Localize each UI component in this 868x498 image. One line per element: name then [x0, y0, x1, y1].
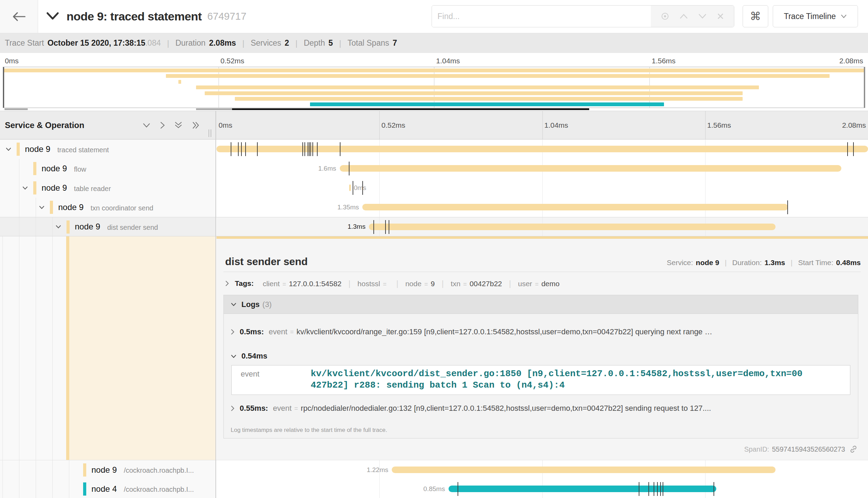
- keyboard-shortcuts-button[interactable]: ⌘: [743, 5, 768, 27]
- span-duration-label: 1.35ms: [337, 198, 359, 217]
- collapse-all-icon[interactable]: [175, 121, 182, 129]
- log-marker: [353, 181, 353, 195]
- summary-item: Trace StartOctober 15 2020, 17:38:15.084: [5, 38, 161, 48]
- span-row[interactable]: node 9traced statement: [0, 139, 868, 159]
- tag-value: 9: [431, 280, 435, 288]
- span-color-bar: [67, 220, 70, 234]
- trace-view-selector[interactable]: Trace Timeline: [773, 5, 858, 27]
- log-marker: [340, 142, 340, 156]
- log-marker: [853, 142, 854, 156]
- span-operation: traced statement: [57, 146, 109, 154]
- divider: |: [242, 38, 244, 48]
- minimap-span-bar: [178, 80, 181, 84]
- ruler-tick-label: 0.52ms: [381, 111, 405, 139]
- log-field-value: kv/kvclient/kvcoord/dist_sender.go:1850 …: [311, 368, 803, 391]
- summary-item: Services2: [251, 38, 289, 48]
- log-entry[interactable]: 0.5ms: event = kv/kvclient/kvcoord/range…: [224, 314, 858, 350]
- span-bar[interactable]: [362, 204, 788, 210]
- ruler-tick-label: 0ms: [5, 57, 19, 65]
- span-bar[interactable]: [216, 146, 868, 152]
- span-color-bar: [17, 143, 20, 156]
- next-result-icon[interactable]: [698, 13, 707, 19]
- tag-key: client: [263, 280, 280, 288]
- chevron-down-icon: [231, 302, 237, 306]
- span-bar[interactable]: [349, 184, 351, 191]
- log-key: event: [269, 327, 287, 336]
- span-row[interactable]: node 9dist sender send 1.3ms: [0, 217, 868, 236]
- log-marker: [231, 142, 231, 156]
- find-group: [432, 5, 734, 27]
- minimap-ruler: 0ms0.52ms1.04ms1.56ms2.08ms: [3, 53, 865, 66]
- span-service: node 9: [91, 465, 117, 475]
- span-row[interactable]: node 9flow 1.6ms: [0, 159, 868, 178]
- log-marker: [373, 220, 374, 234]
- span-timeline[interactable]: 1.3ms: [216, 217, 868, 236]
- span-rows: node 9/cockroach.roachpb.I... 1.22ms nod…: [0, 460, 868, 498]
- logs-count: (3): [263, 300, 272, 309]
- minimap-canvas[interactable]: [3, 67, 865, 108]
- logs-header[interactable]: Logs (3): [224, 295, 858, 314]
- log-marker: [310, 142, 311, 156]
- span-operation: flow: [74, 165, 86, 173]
- expand-all-icon[interactable]: [192, 121, 200, 129]
- scrubber-segment[interactable]: [232, 108, 589, 110]
- span-duration-label: 1.22ms: [367, 460, 388, 479]
- log-value: kv/kvclient/kvcoord/range_iter.go:159 [n…: [296, 327, 712, 336]
- span-bar[interactable]: [392, 467, 776, 473]
- span-id-row: SpanID: 5597415943526560273: [216, 438, 868, 460]
- expand-one-icon[interactable]: [160, 121, 165, 129]
- span-timeline[interactable]: 0ms: [216, 178, 868, 198]
- span-bar[interactable]: [369, 224, 776, 230]
- span-row[interactable]: node 9/cockroach.roachpb.I... 1.22ms: [0, 460, 868, 479]
- span-detail-left-column: [0, 236, 215, 460]
- clear-search-icon[interactable]: [717, 12, 724, 20]
- span-row[interactable]: node 9table reader 0ms: [0, 178, 868, 198]
- span-timeline[interactable]: 1.35ms: [216, 198, 868, 217]
- span-expander-icon[interactable]: [39, 206, 45, 209]
- log-marker: [349, 162, 349, 175]
- tag-value: demo: [541, 280, 560, 288]
- log-marker: [304, 142, 305, 156]
- span-bar[interactable]: [449, 486, 716, 492]
- span-bar[interactable]: [340, 165, 841, 172]
- scrubber-segment[interactable]: [5, 108, 28, 110]
- span-row[interactable]: node 9txn coordinator send 1.35ms: [0, 198, 868, 217]
- back-button[interactable]: [0, 0, 38, 33]
- link-icon[interactable]: [849, 445, 858, 453]
- log-value: rpc/nodedialer/nodedialer.go:132 [n9,cli…: [301, 404, 711, 413]
- collapse-trace-chevron-icon[interactable]: [46, 11, 59, 20]
- minimap-span-bar: [3, 69, 865, 72]
- span-expander-icon[interactable]: [22, 186, 28, 190]
- log-entry-expanded[interactable]: 0.54ms: [224, 350, 858, 362]
- page-title: node 9: traced statement6749717: [67, 0, 246, 33]
- log-marker: [660, 482, 661, 496]
- collapse-one-icon[interactable]: [143, 123, 150, 128]
- scrubber-segment[interactable]: [196, 108, 232, 110]
- log-entry[interactable]: 0.55ms: event = rpc/nodedialer/nodediale…: [224, 395, 858, 422]
- span-expander-icon[interactable]: [6, 147, 11, 151]
- prev-result-icon[interactable]: [679, 13, 688, 19]
- span-timeline[interactable]: 0.85ms: [216, 479, 868, 498]
- span-duration-label: 1.3ms: [347, 217, 365, 236]
- column-divider[interactable]: [215, 111, 216, 498]
- span-row[interactable]: node 4/cockroach.roachpb.I... 0.85ms: [0, 479, 868, 498]
- span-duration-label: 0ms: [354, 178, 366, 198]
- timeline-header-row: Service & Operation 0ms0.52ms1.04ms1.56m…: [0, 111, 868, 139]
- logs-section: Logs (3) 0.5ms: event = kv/kvclient/kvco…: [223, 295, 858, 438]
- span-color-bar: [50, 201, 53, 214]
- tags-row[interactable]: Tags: client=127.0.0.1:54582|hostssl=|no…: [216, 272, 868, 295]
- span-timeline[interactable]: 1.6ms: [216, 159, 868, 178]
- span-timeline[interactable]: 1.22ms: [216, 460, 868, 479]
- focus-icon[interactable]: [661, 12, 670, 21]
- find-input[interactable]: [432, 6, 651, 27]
- tags-label: Tags:: [235, 279, 254, 288]
- ruler-tick-label: 1.56ms: [707, 111, 731, 139]
- span-service: node 9: [42, 183, 67, 193]
- log-marker: [312, 142, 313, 156]
- log-timestamp: 0.55ms:: [240, 404, 268, 413]
- column-resize-handle[interactable]: [209, 129, 211, 137]
- span-service: node 4: [91, 484, 117, 494]
- span-expander-icon[interactable]: [55, 225, 61, 229]
- span-timeline[interactable]: [216, 139, 868, 159]
- chevron-down-icon: [841, 14, 847, 18]
